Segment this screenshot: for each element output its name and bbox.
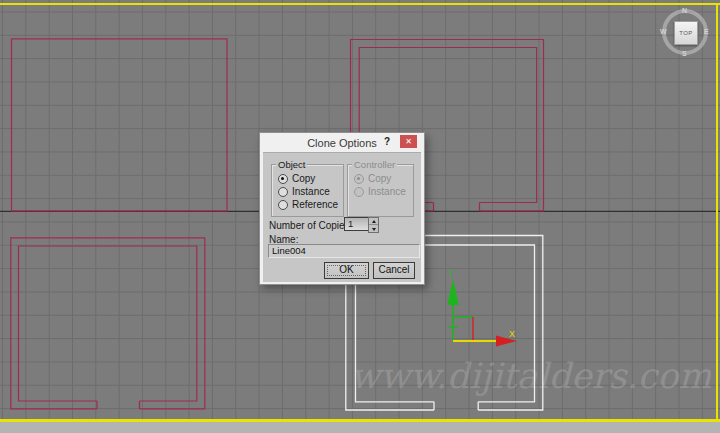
radio-copy-label: Copy [292, 173, 315, 184]
radio-controller-copy-icon [354, 174, 364, 184]
cancel-button[interactable]: Cancel [373, 262, 415, 279]
main-window: www.dijitalders.com Y X N S [0, 0, 720, 433]
viewport-active-border-right [716, 3, 718, 421]
radio-controller-copy: Copy [354, 173, 391, 184]
radio-copy[interactable]: Copy [278, 173, 315, 184]
viewcube-top-face[interactable]: TOP [674, 21, 698, 45]
gizmo-x-label: X [509, 329, 515, 339]
radio-controller-copy-label: Copy [368, 173, 391, 184]
spinner-up-icon[interactable] [369, 218, 378, 225]
compass-west-label[interactable]: W [660, 28, 667, 35]
viewport-active-border-top [0, 3, 720, 5]
compass-north-label[interactable]: N [682, 7, 687, 14]
help-button[interactable]: ? [380, 136, 394, 149]
object-group: Object Copy Instance Reference [271, 164, 344, 217]
spline-room-bottomleft[interactable] [11, 238, 205, 409]
spline-rectangle-topleft[interactable] [12, 39, 228, 211]
clone-options-dialog: Clone Options ? ✕ Object Copy Instance R… [259, 132, 425, 285]
object-group-label: Object [276, 159, 307, 170]
radio-instance[interactable]: Instance [278, 186, 330, 197]
copies-input[interactable]: 1 [344, 217, 370, 231]
radio-instance-label: Instance [292, 186, 330, 197]
compass-east-label[interactable]: E [704, 28, 709, 35]
close-button[interactable]: ✕ [400, 135, 417, 148]
dialog-titlebar[interactable]: Clone Options ? ✕ [260, 133, 424, 152]
ok-button[interactable]: OK [324, 262, 369, 279]
radio-instance-icon[interactable] [278, 187, 288, 197]
copies-spinner[interactable] [368, 217, 379, 233]
gizmo-y-label: Y [448, 268, 454, 278]
controller-group-label: Controller [352, 159, 397, 170]
radio-reference-label: Reference [292, 199, 338, 210]
radio-controller-instance-label: Instance [368, 186, 406, 197]
spinner-down-icon[interactable] [369, 226, 378, 232]
radio-reference[interactable]: Reference [278, 199, 338, 210]
copies-label: Number of Copies: [269, 220, 352, 231]
radio-controller-instance: Instance [354, 186, 406, 197]
dialog-body: Object Copy Instance Reference Controlle… [263, 152, 421, 282]
radio-controller-instance-icon [354, 187, 364, 197]
move-gizmo[interactable]: Y X [447, 268, 517, 347]
compass-south-label[interactable]: S [682, 50, 687, 57]
gizmo-y-arrowhead[interactable] [447, 279, 459, 305]
name-input[interactable]: Line004 [268, 244, 420, 258]
radio-reference-icon[interactable] [278, 200, 288, 210]
bottom-ui-strip [0, 422, 720, 433]
radio-copy-icon[interactable] [278, 174, 288, 184]
controller-group: Controller Copy Instance [347, 164, 414, 217]
viewcube[interactable]: N S W E TOP [659, 6, 711, 58]
